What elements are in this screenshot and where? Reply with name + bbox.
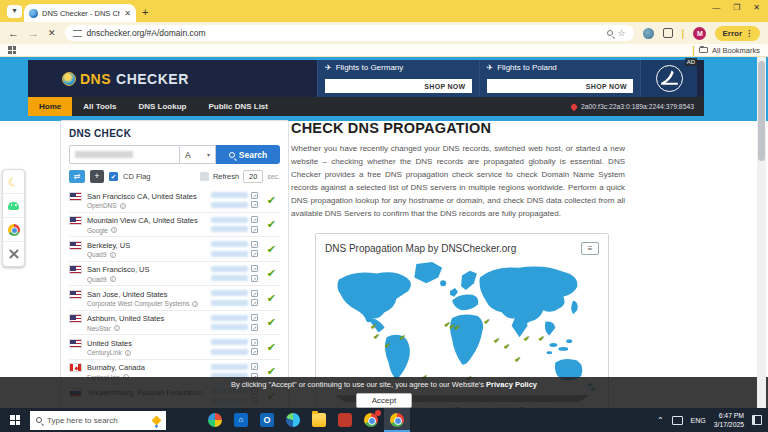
- info-icon[interactable]: i: [192, 301, 198, 307]
- bookmark-star-icon[interactable]: ☆: [618, 28, 626, 38]
- extensions-menu-icon[interactable]: [663, 28, 673, 38]
- logo-text-dns: DNS: [80, 71, 111, 87]
- dark-mode-button[interactable]: ☾: [3, 170, 24, 194]
- external-link-icon[interactable]: ↗: [251, 363, 258, 370]
- map-menu-button[interactable]: ≡: [581, 242, 599, 255]
- language-indicator[interactable]: ENG: [691, 417, 706, 424]
- tray-display-icon[interactable]: [672, 416, 683, 425]
- search-button[interactable]: Search: [216, 145, 280, 164]
- external-link-icon[interactable]: ↗: [251, 265, 258, 272]
- info-icon[interactable]: i: [125, 350, 131, 356]
- info-icon[interactable]: i: [120, 203, 126, 209]
- tools-button[interactable]: [3, 242, 24, 266]
- back-button[interactable]: ←: [8, 27, 19, 39]
- taskbar-search-box[interactable]: Type here to search: [30, 411, 166, 430]
- taskbar-app-mask[interactable]: [332, 408, 358, 432]
- external-link-icon[interactable]: ↗: [251, 348, 258, 355]
- site-navbar: HomeAll ToolsDNS LookupPublic DNS List 2…: [28, 97, 704, 116]
- nav-item-all-tools[interactable]: All Tools: [72, 97, 127, 116]
- external-link-icon[interactable]: ↗: [251, 324, 258, 331]
- external-link-icon[interactable]: ↗: [251, 299, 258, 306]
- android-button[interactable]: [3, 194, 24, 218]
- browser-menu-icon[interactable]: ⋮: [745, 29, 753, 38]
- tab-search-caret-icon[interactable]: ▾: [7, 5, 22, 18]
- tab-close-icon[interactable]: ✕: [124, 9, 131, 18]
- nav-item-home[interactable]: Home: [28, 97, 72, 116]
- stop-loading-button[interactable]: ✕: [48, 28, 56, 38]
- window-maximize-button[interactable]: ❐: [733, 3, 740, 12]
- add-server-button[interactable]: +: [90, 170, 104, 183]
- site-logo[interactable]: DNS CHECKER: [28, 71, 189, 87]
- server-row: Berkeley, USQuad9i↗↗✔: [69, 237, 280, 262]
- info-icon[interactable]: i: [111, 227, 117, 233]
- ad-slot-germany[interactable]: ✈Flights to Germany SHOP NOW: [318, 60, 480, 97]
- zoom-icon[interactable]: [607, 30, 613, 36]
- nav-item-public-dns-list[interactable]: Public DNS List: [197, 97, 279, 116]
- accept-button[interactable]: Accept: [356, 393, 412, 408]
- panel-title: DNS CHECK: [69, 128, 280, 139]
- shop-now-button[interactable]: SHOP NOW: [487, 79, 634, 93]
- visitor-ip[interactable]: 2a00:f3c:22a3:0:189a:2244:379:8543: [571, 97, 704, 116]
- nav-item-dns-lookup[interactable]: DNS Lookup: [127, 97, 197, 116]
- privacy-policy-link[interactable]: Privacy Policy: [486, 380, 537, 389]
- window-close-button[interactable]: ✕: [753, 3, 760, 12]
- notification-center-icon[interactable]: [752, 415, 762, 425]
- chrome-button[interactable]: [3, 218, 24, 242]
- refresh-seconds-input[interactable]: 20: [243, 170, 263, 183]
- taskbar-app-outlook[interactable]: O: [254, 408, 280, 432]
- external-link-icon[interactable]: ↗: [251, 226, 258, 233]
- site-settings-icon[interactable]: [73, 30, 82, 37]
- location-pin-icon: [570, 102, 578, 110]
- taskbar-app-chrome-active[interactable]: [384, 408, 410, 432]
- external-link-icon[interactable]: ↗: [251, 290, 258, 297]
- info-icon[interactable]: i: [110, 276, 116, 282]
- external-link-icon[interactable]: ↗: [251, 339, 258, 346]
- profile-avatar[interactable]: M: [693, 27, 706, 40]
- logo-globe-icon: [62, 72, 76, 86]
- server-ip-column: ↗↗: [211, 339, 258, 356]
- scrollbar-thumb[interactable]: [758, 61, 765, 161]
- info-icon[interactable]: i: [114, 325, 120, 331]
- extension-icon[interactable]: [643, 28, 654, 39]
- record-type-select[interactable]: A ▾: [180, 145, 216, 164]
- search-icon: [36, 417, 42, 423]
- start-button[interactable]: [0, 408, 30, 432]
- server-ip-column: ↗↗: [211, 314, 258, 331]
- taskbar-app-chrome-badge[interactable]: [358, 408, 384, 432]
- external-link-icon[interactable]: ↗: [251, 275, 258, 282]
- refresh-checkbox[interactable]: [200, 172, 209, 181]
- external-link-icon[interactable]: ↗: [251, 314, 258, 321]
- swap-servers-button[interactable]: ⇄: [69, 170, 85, 183]
- external-link-icon[interactable]: ↗: [251, 201, 258, 208]
- page-scrollbar[interactable]: [757, 57, 766, 408]
- server-ip-column: ↗↗: [211, 216, 258, 233]
- url-text[interactable]: dnschecker.org/#A/domain.com: [87, 28, 602, 38]
- shop-now-button[interactable]: SHOP NOW: [325, 79, 472, 93]
- external-link-icon[interactable]: ↗: [251, 192, 258, 199]
- cookie-message: By clicking "Accept" or continuing to us…: [0, 380, 768, 389]
- forward-button[interactable]: →: [28, 27, 39, 39]
- address-bar[interactable]: dnschecker.org/#A/domain.com ☆: [65, 25, 634, 41]
- taskbar-app-explorer[interactable]: [306, 408, 332, 432]
- new-tab-button[interactable]: +: [142, 6, 148, 18]
- error-button[interactable]: Error ⋮: [715, 26, 760, 41]
- taskbar-app-edge[interactable]: [280, 408, 306, 432]
- browser-tab[interactable]: DNS Checker - DNS Check Pro ✕: [24, 4, 136, 22]
- clock[interactable]: 6:47 PM 3/17/2025: [714, 411, 744, 429]
- taskbar-app-task-view[interactable]: [176, 408, 202, 432]
- taskbar-app-photos[interactable]: [202, 408, 228, 432]
- info-icon[interactable]: i: [110, 252, 116, 258]
- domain-input[interactable]: [69, 145, 180, 164]
- all-bookmarks-label[interactable]: All Bookmarks: [712, 46, 760, 55]
- ad-slot-poland[interactable]: ✈Flights to Poland SHOP NOW: [480, 60, 642, 97]
- external-link-icon[interactable]: ↗: [251, 250, 258, 257]
- apps-grid-icon[interactable]: [8, 46, 16, 54]
- bookmarks-folder-icon[interactable]: [699, 47, 708, 53]
- external-link-icon[interactable]: ↗: [251, 241, 258, 248]
- cd-flag-checkbox[interactable]: ✔: [109, 172, 118, 181]
- taskbar-app-store[interactable]: ⌂: [228, 408, 254, 432]
- tray-chevron-icon[interactable]: ⌃: [657, 416, 664, 425]
- window-minimize-button[interactable]: —: [712, 3, 720, 12]
- external-link-icon[interactable]: ↗: [251, 216, 258, 223]
- ad-badge[interactable]: AD: [685, 58, 697, 66]
